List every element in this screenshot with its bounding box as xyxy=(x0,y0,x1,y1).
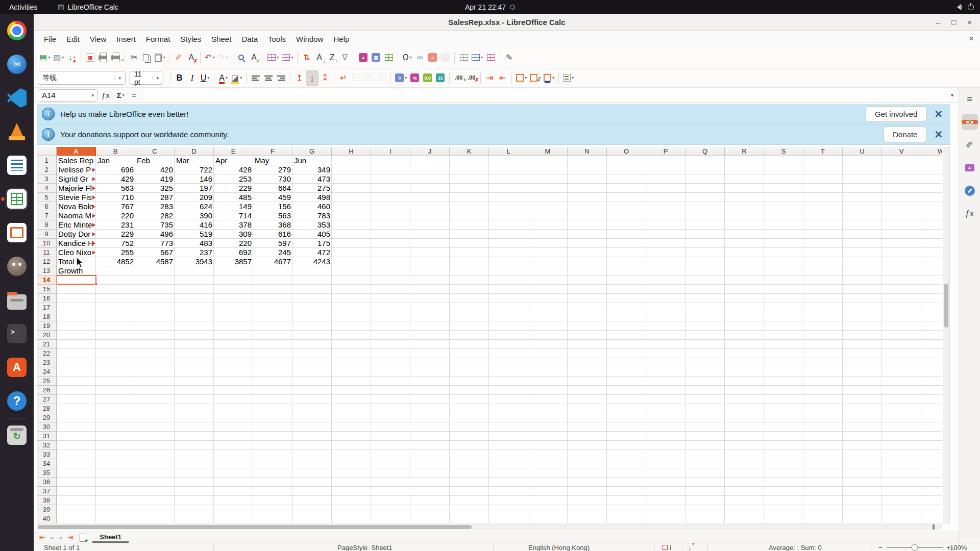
dock-item-thunderbird[interactable] xyxy=(6,54,28,75)
autofilter-icon[interactable]: ∇ xyxy=(338,50,351,65)
zoom-slider[interactable]: − + xyxy=(878,543,950,551)
column-header-W[interactable]: W xyxy=(921,147,942,156)
next-sheet-icon[interactable]: » xyxy=(56,534,65,541)
column-header-D[interactable]: D xyxy=(175,147,214,156)
selection-mode-icon[interactable]: I xyxy=(663,543,672,551)
font-name-icon[interactable]: 等线▾ xyxy=(38,71,126,85)
cell-B5[interactable]: 710 xyxy=(97,193,134,202)
column-header-J[interactable]: J xyxy=(410,147,450,156)
column-header-Q[interactable]: Q xyxy=(685,147,725,156)
row-header-36[interactable]: 36 xyxy=(37,478,57,487)
close-notification-icon[interactable]: × xyxy=(932,108,945,120)
column-header-V[interactable]: V xyxy=(882,147,921,156)
cell-E11[interactable]: 692 xyxy=(215,248,252,257)
center-vertically-icon[interactable]: ↨ xyxy=(306,70,318,86)
bold-icon[interactable]: B xyxy=(173,70,186,86)
dock-item-help[interactable] xyxy=(6,390,28,412)
dock-item-show-apps[interactable] xyxy=(6,525,28,547)
cell-D2[interactable]: 722 xyxy=(176,165,212,174)
align-center-icon[interactable] xyxy=(262,70,275,86)
cell-header-mar[interactable]: Mar xyxy=(176,156,212,165)
horizontal-scrollbar-thumb[interactable] xyxy=(38,525,472,529)
dock-item-terminal[interactable] xyxy=(6,323,28,344)
last-sheet-icon[interactable]: ⇥ xyxy=(65,534,76,541)
print-preview-icon[interactable]: ○ xyxy=(109,50,122,65)
add-decimal-place-icon[interactable]: .00+ xyxy=(452,70,465,86)
align-top-icon[interactable]: ↥ xyxy=(293,70,306,86)
cell-header-may[interactable]: May xyxy=(255,156,291,165)
column-header-H[interactable]: H xyxy=(332,147,371,156)
increase-indent-icon[interactable]: ⇥ xyxy=(483,70,496,86)
dock-item-vlc[interactable] xyxy=(6,121,28,142)
clock-menu[interactable]: Apr 21 22:47 xyxy=(465,0,515,14)
cell-F7[interactable]: 563 xyxy=(255,211,291,220)
menu-view[interactable]: View xyxy=(85,33,111,45)
cell-G12[interactable]: 4243 xyxy=(294,257,330,266)
get-involved-button[interactable]: Get involved xyxy=(866,106,926,122)
row-header-13[interactable]: 13 xyxy=(37,266,57,276)
menu-window[interactable]: Window xyxy=(291,33,328,45)
column-header-K[interactable]: K xyxy=(450,147,489,156)
cell-B12[interactable]: 4852 xyxy=(97,257,134,266)
cell-E8[interactable]: 378 xyxy=(215,220,252,230)
cell-E2[interactable]: 428 xyxy=(215,165,252,174)
zoom-out-icon[interactable]: − xyxy=(878,544,883,551)
cell-E10[interactable]: 220 xyxy=(215,239,252,248)
cell-G2[interactable]: 349 xyxy=(294,165,330,174)
dock-item-ubuntu-software[interactable] xyxy=(6,357,28,378)
spelling-icon[interactable]: A✓ xyxy=(248,50,260,65)
cell-F10[interactable]: 597 xyxy=(255,239,291,248)
cell-D5[interactable]: 209 xyxy=(176,193,212,202)
headers-footers-icon[interactable] xyxy=(439,50,452,65)
open-file-icon[interactable]: ▨▾ xyxy=(52,50,65,65)
cell-C7[interactable]: 282 xyxy=(137,211,173,220)
sheet-info[interactable]: Sheet 1 of 1 xyxy=(44,543,80,551)
clone-formatting-icon[interactable]: ✐ xyxy=(172,50,185,65)
row-header-25[interactable]: 25 xyxy=(37,377,57,386)
sidebar-sidebar-settings-menu[interactable]: ≡ xyxy=(962,91,978,107)
average-sum-status[interactable]: Average: ; Sum: 0 xyxy=(769,543,822,551)
italic-icon[interactable]: I xyxy=(186,70,199,86)
row-header-39[interactable]: 39 xyxy=(37,505,57,514)
column-header-L[interactable]: L xyxy=(489,147,528,156)
cell-G4[interactable]: 275 xyxy=(294,184,330,193)
menu-data[interactable]: Data xyxy=(236,33,263,45)
formula-input[interactable] xyxy=(142,89,946,102)
dock-item-gimp[interactable] xyxy=(6,256,28,277)
row-header-34[interactable]: 34 xyxy=(37,459,57,468)
language-status[interactable]: English (Hong Kong) xyxy=(528,543,590,551)
row-header-26[interactable]: 26 xyxy=(37,386,57,395)
cell-salesrep-name[interactable]: Kandice H xyxy=(58,239,94,248)
paste-icon[interactable]: ▾ xyxy=(153,50,166,65)
row-header-4[interactable]: 4 xyxy=(37,184,57,193)
wrap-text-icon[interactable]: ↵ xyxy=(337,70,350,86)
row-header-15[interactable]: 15 xyxy=(37,285,57,294)
border-style-icon[interactable]: ●▾ xyxy=(528,70,542,86)
cell-E9[interactable]: 309 xyxy=(215,230,252,239)
hyperlink-icon[interactable]: ∞ xyxy=(413,50,426,65)
decrease-indent-icon[interactable]: ⇤ xyxy=(496,70,509,86)
cell-B10[interactable]: 752 xyxy=(97,239,134,248)
sidebar-functions-deck[interactable]: ƒx xyxy=(962,206,978,222)
cell-B4[interactable]: 563 xyxy=(97,184,134,193)
column-header-O[interactable]: O xyxy=(607,147,646,156)
cell-D7[interactable]: 390 xyxy=(176,211,212,220)
new-document-icon[interactable]: ▤▾ xyxy=(38,50,52,65)
column-header-M[interactable]: M xyxy=(528,147,568,156)
insert-column-icon[interactable]: ▾ xyxy=(280,50,295,65)
cell-D9[interactable]: 519 xyxy=(176,230,212,239)
cell-G3[interactable]: 473 xyxy=(294,174,330,184)
cell-C8[interactable]: 735 xyxy=(137,220,173,230)
row-header-27[interactable]: 27 xyxy=(37,395,57,404)
previous-sheet-icon[interactable]: « xyxy=(47,534,56,541)
cell-E3[interactable]: 253 xyxy=(215,174,252,184)
menu-format[interactable]: Format xyxy=(141,33,176,45)
cell-D4[interactable]: 197 xyxy=(176,184,212,193)
insert-image-icon[interactable]: ▲ xyxy=(357,50,370,65)
row-header-22[interactable]: 22 xyxy=(37,349,57,358)
cell-F5[interactable]: 459 xyxy=(255,193,291,202)
dock-item-files[interactable] xyxy=(6,289,28,311)
dock-item-chrome[interactable] xyxy=(6,20,28,41)
menu-edit[interactable]: Edit xyxy=(61,33,85,45)
dock-item-vscode[interactable] xyxy=(6,87,28,109)
